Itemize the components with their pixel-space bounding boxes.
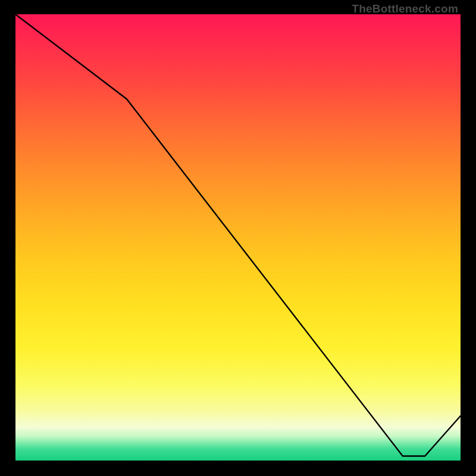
bottleneck-curve-path bbox=[15, 14, 461, 456]
plot-area bbox=[15, 14, 461, 461]
line-series-svg bbox=[15, 14, 461, 461]
chart-frame: TheBottleneck.com bbox=[0, 0, 476, 476]
watermark-text: TheBottleneck.com bbox=[352, 2, 458, 15]
